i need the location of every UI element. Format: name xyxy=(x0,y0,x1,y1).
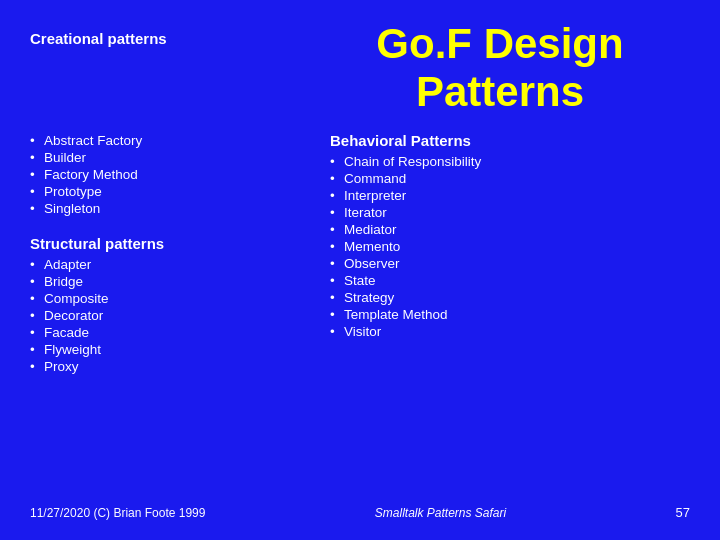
structural-label: Structural patterns xyxy=(30,235,310,252)
footer-left: 11/27/2020 (C) Brian Foote 1999 xyxy=(30,506,205,520)
list-item: Chain of Responsibility xyxy=(330,153,690,170)
title-line2: Patterns xyxy=(416,68,584,115)
list-item: Flyweight xyxy=(30,341,310,358)
footer-right: 57 xyxy=(676,505,690,520)
list-item: Builder xyxy=(30,149,310,166)
creational-label: Creational patterns xyxy=(30,30,310,47)
behavioral-list: Chain of ResponsibilityCommandInterprete… xyxy=(330,153,690,340)
list-item: Iterator xyxy=(330,204,690,221)
structural-section: Structural patterns AdapterBridgeComposi… xyxy=(30,235,310,375)
footer-center: Smalltalk Patterns Safari xyxy=(375,506,506,520)
list-item: Interpreter xyxy=(330,187,690,204)
list-item: Bridge xyxy=(30,273,310,290)
list-item: Proxy xyxy=(30,358,310,375)
list-item: Adapter xyxy=(30,256,310,273)
creational-list: Abstract FactoryBuilderFactory MethodPro… xyxy=(30,132,310,217)
list-item: Composite xyxy=(30,290,310,307)
list-item: State xyxy=(330,272,690,289)
creational-section: Abstract FactoryBuilderFactory MethodPro… xyxy=(30,132,310,217)
list-item: Memento xyxy=(330,238,690,255)
list-item: Strategy xyxy=(330,289,690,306)
list-item: Visitor xyxy=(330,323,690,340)
list-item: Observer xyxy=(330,255,690,272)
list-item: Template Method xyxy=(330,306,690,323)
list-item: Decorator xyxy=(30,307,310,324)
slide-title: Go.F Design Patterns xyxy=(310,20,690,117)
list-item: Factory Method xyxy=(30,166,310,183)
list-item: Abstract Factory xyxy=(30,132,310,149)
footer: 11/27/2020 (C) Brian Foote 1999 Smalltal… xyxy=(30,505,690,520)
list-item: Facade xyxy=(30,324,310,341)
behavioral-label: Behavioral Patterns xyxy=(330,132,690,149)
title-line1: Go.F Design xyxy=(376,20,623,67)
list-item: Singleton xyxy=(30,200,310,217)
list-item: Prototype xyxy=(30,183,310,200)
list-item: Command xyxy=(330,170,690,187)
behavioral-section: Behavioral Patterns Chain of Responsibil… xyxy=(310,132,690,497)
structural-list: AdapterBridgeCompositeDecoratorFacadeFly… xyxy=(30,256,310,375)
list-item: Mediator xyxy=(330,221,690,238)
